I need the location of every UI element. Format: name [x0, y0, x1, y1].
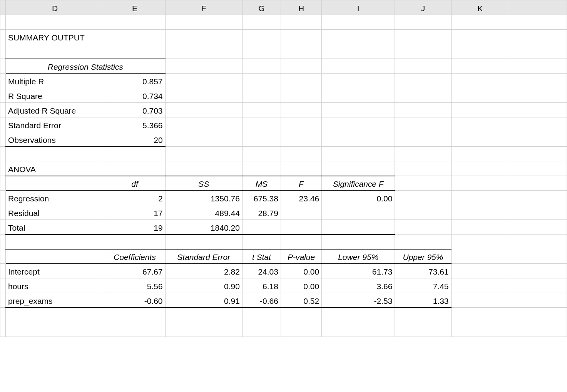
- cell[interactable]: [322, 44, 395, 59]
- cell[interactable]: [322, 74, 395, 88]
- cell[interactable]: [509, 176, 567, 191]
- anova-cell[interactable]: 0.00: [322, 191, 395, 205]
- coef-cell[interactable]: 67.67: [104, 264, 165, 278]
- cell[interactable]: [395, 176, 451, 191]
- coef-cell[interactable]: 7.45: [395, 278, 451, 293]
- cell[interactable]: [281, 103, 321, 117]
- coef-cell[interactable]: 0.91: [165, 293, 242, 308]
- cell[interactable]: [281, 322, 321, 337]
- cell[interactable]: [6, 249, 104, 264]
- anova-row-label[interactable]: Total: [6, 220, 104, 235]
- cell[interactable]: [281, 30, 321, 44]
- regstat-value[interactable]: 0.734: [104, 88, 165, 103]
- cell[interactable]: [281, 59, 321, 74]
- cell[interactable]: [281, 235, 321, 249]
- cell[interactable]: [451, 205, 509, 220]
- cell[interactable]: [322, 235, 395, 249]
- cell[interactable]: [395, 44, 451, 59]
- coef-header[interactable]: Standard Error: [165, 249, 242, 264]
- regstat-value[interactable]: 0.857: [104, 74, 165, 88]
- cell[interactable]: [165, 322, 242, 337]
- cell[interactable]: [242, 117, 281, 132]
- cell[interactable]: [322, 308, 395, 322]
- col-header[interactable]: H: [281, 0, 321, 15]
- coef-header[interactable]: P-value: [281, 249, 321, 264]
- cell[interactable]: [242, 103, 281, 117]
- cell[interactable]: [509, 103, 567, 117]
- cell[interactable]: [104, 44, 165, 59]
- cell[interactable]: [509, 278, 567, 293]
- anova-cell[interactable]: [322, 205, 395, 220]
- cell[interactable]: [395, 322, 451, 337]
- anova-header-sigf[interactable]: Significance F: [322, 176, 395, 191]
- cell[interactable]: [395, 117, 451, 132]
- col-header[interactable]: D: [6, 0, 104, 15]
- coef-header[interactable]: Upper 95%: [395, 249, 451, 264]
- cell[interactable]: [395, 147, 451, 161]
- cell[interactable]: [451, 293, 509, 308]
- regression-statistics-header[interactable]: Regression Statistics: [6, 59, 166, 74]
- coef-cell[interactable]: 3.66: [322, 278, 395, 293]
- cell[interactable]: [104, 161, 165, 176]
- coef-cell[interactable]: 5.56: [104, 278, 165, 293]
- cell[interactable]: [509, 147, 567, 161]
- cell[interactable]: [395, 88, 451, 103]
- cell[interactable]: [6, 15, 104, 30]
- cell[interactable]: [242, 308, 281, 322]
- cell[interactable]: [509, 293, 567, 308]
- cell[interactable]: [242, 30, 281, 44]
- cell[interactable]: [165, 308, 242, 322]
- coef-header[interactable]: Coefficients: [104, 249, 165, 264]
- cell[interactable]: [242, 132, 281, 147]
- cell[interactable]: [395, 161, 451, 176]
- cell[interactable]: [451, 44, 509, 59]
- coef-row-label[interactable]: Intercept: [6, 264, 104, 278]
- col-header[interactable]: G: [242, 0, 281, 15]
- cell[interactable]: [395, 15, 451, 30]
- anova-row-label[interactable]: Residual: [6, 205, 104, 220]
- coef-cell[interactable]: 0.00: [281, 278, 321, 293]
- cell[interactable]: [6, 44, 104, 59]
- cell[interactable]: [451, 191, 509, 205]
- cell[interactable]: [451, 30, 509, 44]
- cell[interactable]: [322, 322, 395, 337]
- cell[interactable]: [451, 235, 509, 249]
- anova-cell[interactable]: [281, 220, 321, 235]
- col-header[interactable]: K: [451, 0, 509, 15]
- cell[interactable]: [509, 322, 567, 337]
- cell[interactable]: [165, 132, 242, 147]
- cell[interactable]: [451, 176, 509, 191]
- cell[interactable]: [395, 59, 451, 74]
- cell[interactable]: [395, 308, 451, 322]
- cell[interactable]: [322, 59, 395, 74]
- cell[interactable]: [395, 74, 451, 88]
- coef-cell[interactable]: 0.90: [165, 278, 242, 293]
- cell[interactable]: [6, 308, 104, 322]
- cell[interactable]: [451, 147, 509, 161]
- cell[interactable]: [104, 308, 165, 322]
- anova-header-ss[interactable]: SS: [165, 176, 242, 191]
- cell[interactable]: [281, 132, 321, 147]
- cell[interactable]: [281, 117, 321, 132]
- coef-header[interactable]: Lower 95%: [322, 249, 395, 264]
- regstat-label[interactable]: Standard Error: [6, 117, 104, 132]
- cell[interactable]: [322, 161, 395, 176]
- regstat-label[interactable]: Observations: [6, 132, 104, 147]
- anova-cell[interactable]: [242, 220, 281, 235]
- cell[interactable]: [165, 44, 242, 59]
- cell[interactable]: [322, 103, 395, 117]
- coef-cell[interactable]: 6.18: [242, 278, 281, 293]
- cell[interactable]: [242, 147, 281, 161]
- coef-row-label[interactable]: hours: [6, 278, 104, 293]
- cell[interactable]: [451, 103, 509, 117]
- cell[interactable]: [451, 322, 509, 337]
- coef-cell[interactable]: -0.60: [104, 293, 165, 308]
- coef-cell[interactable]: 73.61: [395, 264, 451, 278]
- cell[interactable]: [322, 30, 395, 44]
- cell[interactable]: [451, 264, 509, 278]
- cell[interactable]: [281, 44, 321, 59]
- cell[interactable]: [451, 59, 509, 74]
- anova-row-label[interactable]: Regression: [6, 191, 104, 205]
- cell[interactable]: [395, 103, 451, 117]
- cell[interactable]: [6, 176, 104, 191]
